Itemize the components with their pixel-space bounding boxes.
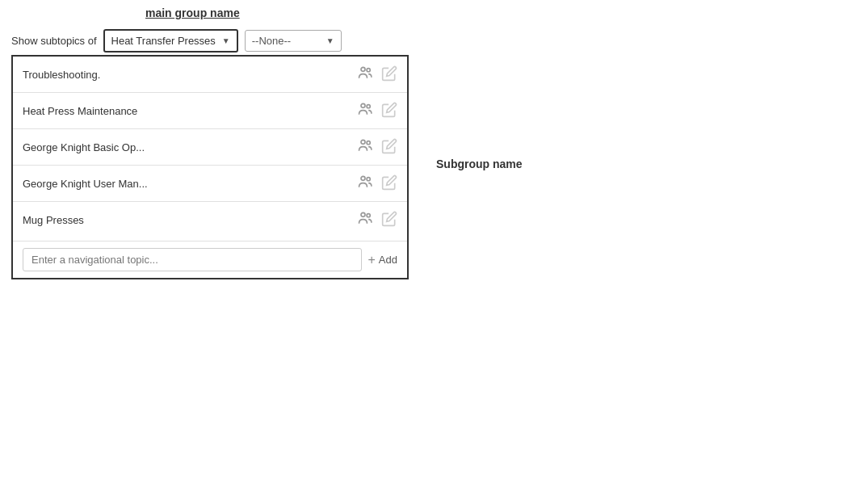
svg-point-1 — [367, 69, 370, 72]
edit-icon[interactable] — [381, 138, 397, 157]
topic-name: George Knight User Man... — [23, 178, 357, 190]
group-icon[interactable] — [357, 210, 373, 229]
topic-actions — [357, 210, 397, 229]
add-topic-input[interactable] — [23, 248, 362, 271]
add-button-label: Add — [379, 254, 397, 266]
table-row: Heat Press Maintenance — [13, 93, 407, 129]
plus-icon: + — [368, 253, 376, 267]
svg-point-4 — [361, 140, 365, 144]
chevron-down-icon: ▼ — [222, 36, 230, 45]
svg-point-7 — [367, 178, 370, 181]
svg-point-8 — [361, 212, 365, 216]
chevron-down-icon: ▼ — [326, 36, 334, 45]
topics-panel: Troubleshooting. Heat Press Maintenance — [11, 55, 409, 279]
table-row: George Knight User Man... — [13, 166, 407, 202]
svg-point-9 — [367, 214, 370, 217]
edit-icon[interactable] — [381, 102, 397, 120]
edit-icon[interactable] — [381, 211, 397, 229]
add-topic-button[interactable]: + Add — [368, 253, 397, 267]
controls-row: Show subtopics of Heat Transfer Presses … — [11, 29, 342, 52]
svg-point-2 — [361, 103, 365, 107]
group-icon[interactable] — [357, 137, 373, 157]
main-group-name-label: main group name — [145, 6, 240, 19]
subgroup-name-label: Subgroup name — [436, 158, 523, 170]
secondary-dropdown[interactable]: --None-- ▼ — [245, 30, 342, 52]
svg-point-3 — [367, 105, 370, 108]
group-icon[interactable] — [357, 65, 373, 84]
show-subtopics-label: Show subtopics of — [11, 35, 97, 47]
topic-list: Troubleshooting. Heat Press Maintenance — [13, 57, 407, 237]
edit-icon[interactable] — [381, 174, 397, 193]
table-row: Mug Presses — [13, 202, 407, 237]
group-icon[interactable] — [357, 174, 373, 193]
table-row: George Knight Basic Op... — [13, 129, 407, 166]
secondary-dropdown-value: --None-- — [252, 35, 291, 47]
main-group-dropdown[interactable]: Heat Transfer Presses ▼ — [103, 29, 238, 52]
add-topic-row: + Add — [13, 241, 407, 278]
table-row: Troubleshooting. — [13, 57, 407, 93]
topic-name: Mug Presses — [23, 214, 357, 226]
topic-name: George Knight Basic Op... — [23, 141, 357, 153]
group-icon[interactable] — [357, 101, 373, 120]
svg-point-0 — [361, 67, 365, 71]
svg-point-5 — [367, 141, 370, 145]
topic-actions — [357, 137, 397, 157]
topic-actions — [357, 65, 397, 84]
topic-actions — [357, 101, 397, 120]
main-group-dropdown-value: Heat Transfer Presses — [111, 35, 216, 47]
topic-name: Troubleshooting. — [23, 69, 357, 81]
topic-actions — [357, 174, 397, 193]
topic-name: Heat Press Maintenance — [23, 105, 357, 117]
edit-icon[interactable] — [381, 65, 397, 84]
svg-point-6 — [361, 176, 365, 180]
